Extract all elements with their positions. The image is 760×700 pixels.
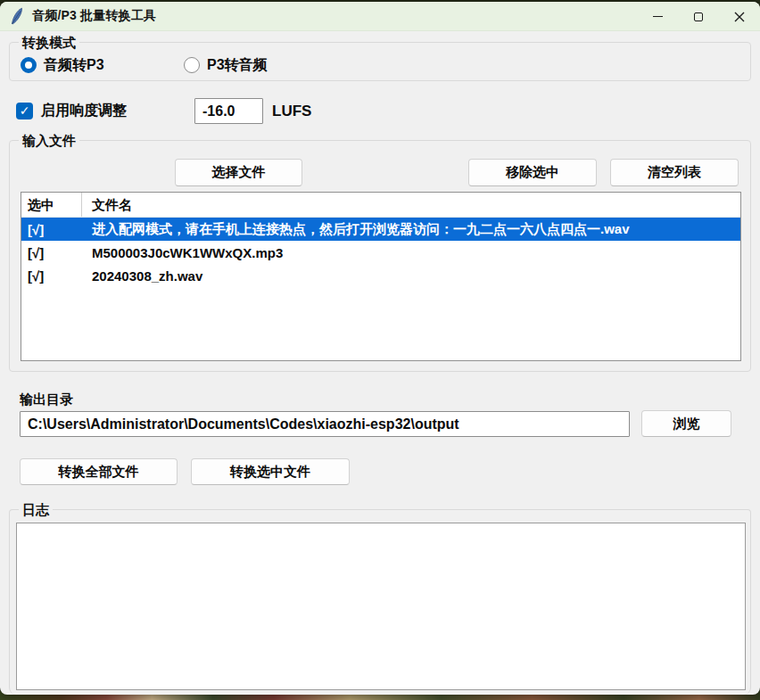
radio-p3-to-audio-label: P3转音频: [207, 56, 268, 75]
app-window: 音频/P3 批量转换工具 转换模式 音频转P3 P3转音频 ✓ 启用响度调整 -…: [0, 2, 760, 695]
radio-audio-to-p3[interactable]: 音频转P3: [21, 55, 104, 75]
clear-list-button[interactable]: 清空列表: [610, 159, 739, 186]
table-row[interactable]: [√] M500003J0cWK1WWxQX.mp3: [21, 241, 740, 264]
row-filename-cell: M500003J0cWK1WWxQX.mp3: [82, 245, 740, 260]
titlebar: 音频/P3 批量转换工具: [0, 2, 760, 31]
python-feather-icon: [10, 7, 24, 25]
radio-audio-to-p3-label: 音频转P3: [44, 56, 104, 75]
log-group: 日志: [9, 509, 751, 695]
maximize-button[interactable]: [678, 2, 719, 31]
row-filename-cell: 20240308_zh.wav: [82, 268, 740, 284]
conversion-mode-label: 转换模式: [19, 34, 79, 51]
maximize-icon: [694, 12, 703, 21]
input-files-group: 输入文件 选择文件 移除选中 清空列表 选中 文件名 [√] 进入配网模式，请在…: [9, 140, 751, 372]
close-button[interactable]: [719, 2, 760, 31]
header-filename-column[interactable]: 文件名: [82, 193, 740, 217]
close-icon: [734, 12, 745, 22]
remove-selected-button[interactable]: 移除选中: [468, 159, 597, 186]
loudness-checkbox[interactable]: ✓: [16, 103, 33, 119]
window-title: 音频/P3 批量转换工具: [32, 8, 156, 24]
output-dir-label: 输出目录: [20, 391, 73, 408]
radio-p3-to-audio[interactable]: P3转音频: [184, 55, 268, 75]
radio-selected-icon: [21, 57, 37, 73]
table-row[interactable]: [√] 进入配网模式，请在手机上连接热点，然后打开浏览器访问：一九二点一六八点四…: [21, 218, 740, 241]
conversion-mode-group: 转换模式 音频转P3 P3转音频: [9, 42, 751, 81]
row-checked-cell: [√]: [21, 245, 82, 260]
convert-all-button[interactable]: 转换全部文件: [20, 458, 178, 485]
check-icon: ✓: [20, 103, 30, 118]
select-files-button[interactable]: 选择文件: [175, 159, 302, 186]
loudness-checkbox-label: 启用响度调整: [41, 102, 127, 120]
browse-button[interactable]: 浏览: [641, 410, 731, 437]
row-checked-cell: [√]: [21, 222, 82, 237]
row-checked-cell: [√]: [21, 268, 82, 284]
table-row[interactable]: [√] 20240308_zh.wav: [21, 264, 740, 287]
lufs-unit-label: LUFS: [272, 98, 311, 124]
row-filename-cell: 进入配网模式，请在手机上连接热点，然后打开浏览器访问：一九二点一六八点四点一.w…: [82, 221, 740, 238]
log-label: 日志: [19, 501, 53, 518]
output-dir-input[interactable]: C:\Users\Administrator\Documents\Codes\x…: [20, 411, 630, 437]
header-checked-column[interactable]: 选中: [21, 193, 82, 217]
lufs-value-input[interactable]: -16.0: [194, 98, 263, 124]
input-files-label: 输入文件: [19, 132, 79, 149]
loudness-checkbox-row: ✓ 启用响度调整: [16, 97, 127, 124]
file-table-header: 选中 文件名: [21, 193, 740, 218]
radio-unselected-icon: [184, 57, 200, 73]
file-list-table: 选中 文件名 [√] 进入配网模式，请在手机上连接热点，然后打开浏览器访问：一九…: [21, 192, 741, 361]
minimize-button[interactable]: [637, 2, 678, 31]
convert-selected-button[interactable]: 转换选中文件: [191, 458, 350, 485]
log-textarea[interactable]: [16, 523, 746, 690]
window-controls: [637, 2, 760, 31]
minimize-icon: [653, 16, 663, 17]
